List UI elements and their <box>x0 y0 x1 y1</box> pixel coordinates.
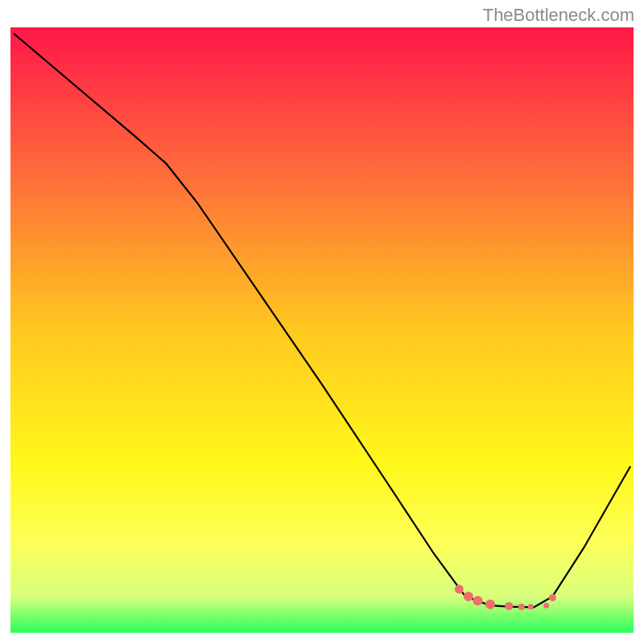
data-dot <box>549 594 556 601</box>
chart-container: { "watermark": "TheBottleneck.com", "cha… <box>0 0 644 644</box>
data-dot <box>455 584 464 593</box>
data-dot <box>485 600 495 609</box>
bottleneck-chart <box>0 0 644 644</box>
gradient-background <box>10 27 634 633</box>
watermark-text: TheBottleneck.com <box>483 5 634 26</box>
data-dot <box>543 603 549 609</box>
data-dot <box>528 604 534 609</box>
data-dot <box>464 592 473 601</box>
data-dot <box>518 604 525 610</box>
data-dot <box>473 596 483 605</box>
data-dot <box>505 602 513 610</box>
